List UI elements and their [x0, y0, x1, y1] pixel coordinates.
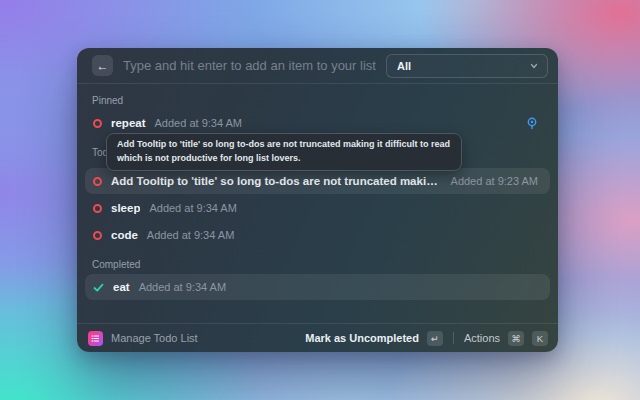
filter-dropdown-value: All: [397, 60, 411, 72]
item-subtitle: Added at 9:34 AM: [149, 202, 236, 214]
checkmark-icon: [93, 282, 104, 293]
pin-icon: [526, 117, 542, 130]
todo-circle-icon: [93, 177, 102, 186]
footer-action-bar: Manage Todo List Mark as Uncompleted ↵ A…: [77, 323, 558, 352]
manage-todo-list-icon: [88, 331, 103, 346]
section-header-completed: Completed: [85, 258, 550, 271]
todo-list: Pinned repeat Added at 9:34 AM Todos Add…: [77, 84, 558, 323]
list-item-code[interactable]: code Added at 9:34 AM: [85, 222, 550, 248]
list-item-eat[interactable]: eat Added at 9:34 AM: [85, 274, 550, 300]
section-header-pinned: Pinned: [85, 94, 550, 107]
footer-divider: [453, 332, 454, 344]
return-key-badge[interactable]: ↵: [427, 331, 443, 346]
todo-circle-icon: [93, 204, 102, 213]
list-item-add-tooltip[interactable]: Add Tooltip to 'title' so long to-dos ar…: [85, 168, 550, 194]
todo-circle-icon: [93, 231, 102, 240]
command-key-badge[interactable]: ⌘: [508, 331, 524, 346]
search-input[interactable]: [123, 58, 376, 73]
chevron-down-icon: [529, 61, 539, 71]
item-title: repeat: [111, 117, 146, 129]
app-name-label: Manage Todo List: [111, 332, 198, 344]
k-key-badge[interactable]: K: [532, 331, 548, 346]
item-subtitle: Added at 9:34 AM: [155, 117, 242, 129]
filter-dropdown[interactable]: All: [386, 54, 548, 78]
actions-menu-label[interactable]: Actions: [464, 332, 500, 344]
primary-action-label[interactable]: Mark as Uncompleted: [305, 332, 419, 344]
header: ← All: [77, 48, 558, 84]
item-subtitle: Added at 9:23 AM: [451, 175, 542, 187]
back-arrow-icon: ←: [97, 59, 109, 73]
item-title: code: [111, 229, 138, 241]
item-tooltip: Add Tooltip to 'title' so long to-dos ar…: [106, 133, 462, 171]
item-title: sleep: [111, 202, 140, 214]
item-title: eat: [113, 281, 130, 293]
todo-circle-icon: [93, 119, 102, 128]
raycast-window: ← All Pinned repeat Added at 9:34 AM To: [77, 48, 558, 352]
back-button[interactable]: ←: [92, 55, 113, 76]
list-item-sleep[interactable]: sleep Added at 9:34 AM: [85, 195, 550, 221]
item-title: Add Tooltip to 'title' so long to-dos ar…: [111, 175, 442, 187]
item-subtitle: Added at 9:34 AM: [147, 229, 234, 241]
item-subtitle: Added at 9:34 AM: [139, 281, 226, 293]
